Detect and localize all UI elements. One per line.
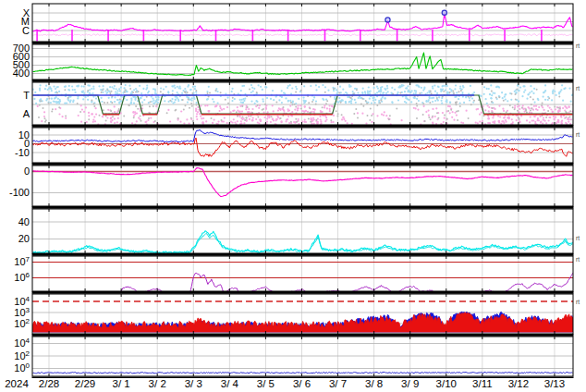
sector-dot [230, 121, 232, 123]
sector-dot [327, 90, 329, 92]
sector-dot [468, 117, 470, 119]
sector-dot [570, 118, 572, 120]
sector-dot [519, 121, 521, 123]
sector-dot [39, 104, 41, 106]
sector-dot [114, 118, 116, 120]
x-tick-label: 3/ 7 [329, 378, 347, 389]
sector-dot [266, 118, 268, 120]
sector-dot [497, 116, 499, 117]
sector-dot [460, 90, 462, 92]
sector-dot [43, 111, 45, 113]
sector-dot [252, 117, 254, 119]
sector-dot [472, 102, 474, 104]
sector-dot [506, 111, 507, 113]
sector-dot [569, 110, 571, 112]
sector-dot [498, 105, 500, 107]
sector-dot [154, 90, 156, 92]
sector-dot [51, 98, 53, 100]
sector-dot [436, 112, 438, 114]
sector-dot [401, 84, 403, 86]
sector-dot [260, 86, 262, 88]
sector-dot [483, 86, 485, 88]
sector-dot [94, 120, 96, 122]
sector-dot [107, 109, 109, 111]
sector-dot [421, 87, 422, 89]
sector-dot [281, 90, 283, 92]
sector-dot [50, 102, 52, 104]
sector-dot [381, 114, 383, 116]
sector-dot [547, 105, 549, 107]
sector-dot [473, 92, 475, 93]
sector-dot [407, 85, 409, 87]
sector-dot [330, 119, 332, 121]
sector-dot [92, 113, 93, 115]
sector-dot [491, 111, 493, 113]
sector-dot [568, 111, 569, 113]
sector-dot [231, 100, 233, 102]
sector-dot [361, 92, 363, 93]
sector-dot [38, 116, 40, 118]
sector-dot [43, 116, 45, 117]
sector-dot [537, 109, 539, 111]
sector-dot [69, 96, 71, 98]
sector-dot [437, 117, 439, 119]
sector-dot [236, 111, 238, 113]
sector-dot [149, 105, 151, 107]
sector-dot [252, 91, 254, 92]
sector-dot [164, 100, 165, 102]
sector-dot [102, 89, 104, 91]
sector-dot [547, 99, 549, 101]
sector-dot [79, 111, 81, 113]
y-tick-label: 0 [24, 165, 30, 177]
sector-dot [281, 102, 283, 104]
sector-dot [529, 121, 531, 123]
sector-dot [80, 121, 82, 123]
sector-dot [453, 92, 455, 94]
sector-dot [526, 119, 528, 121]
sector-dot [459, 103, 461, 104]
sector-dot [230, 111, 232, 113]
right-margin-marker: rt [576, 131, 580, 138]
sector-dot [106, 102, 108, 104]
x-axis-year-label: 2024 [5, 378, 29, 389]
sector-dot [543, 91, 545, 92]
sector-dot [477, 122, 479, 124]
sector-dot [494, 92, 495, 94]
sector-dot [380, 100, 382, 102]
sector-dot [283, 106, 285, 108]
sector-dot [67, 97, 69, 99]
sector-dot [543, 109, 545, 111]
sector-dot [378, 91, 380, 92]
sector-dot [336, 110, 337, 112]
sector-dot [553, 116, 555, 117]
sector-dot [479, 121, 481, 123]
sector-dot [114, 96, 116, 98]
sector-dot [350, 85, 352, 87]
sector-dot [140, 120, 142, 122]
sector-dot [148, 117, 150, 119]
sector-dot [490, 97, 492, 99]
sector-dot [570, 101, 572, 103]
sector-dot [186, 118, 188, 120]
sector-dot [307, 111, 309, 113]
x-tick-label: 3/ 2 [149, 378, 166, 389]
sector-dot [258, 84, 260, 86]
sector-dot [177, 92, 178, 93]
sector-dot [273, 99, 275, 101]
sector-dot [504, 116, 506, 118]
sector-dot [316, 123, 318, 125]
sector-dot [189, 123, 190, 125]
sector-dot [53, 86, 55, 88]
sector-dot [324, 86, 326, 88]
sector-dot [541, 104, 543, 106]
sector-dot [155, 96, 157, 98]
sector-dot [562, 107, 564, 109]
sector-dot [309, 107, 311, 109]
sector-dot [135, 91, 137, 92]
sector-dot [329, 108, 331, 110]
sector-dot [48, 98, 50, 100]
sector-dot [234, 98, 236, 100]
flare-event-marker [442, 10, 446, 15]
sector-dot [521, 95, 523, 97]
sector-dot [202, 117, 204, 119]
